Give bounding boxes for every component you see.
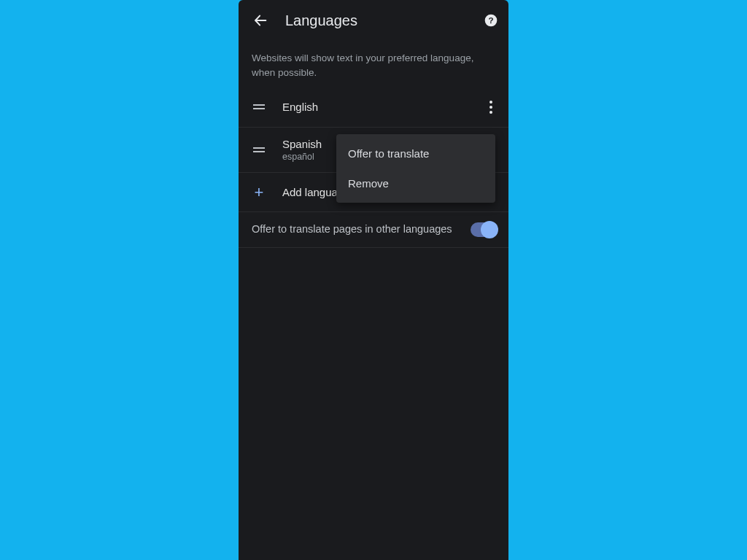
- language-text: English: [282, 101, 481, 113]
- toggle-thumb: [481, 221, 498, 238]
- language-row-english[interactable]: English: [239, 87, 508, 128]
- setting-label: Offer to translate pages in other langua…: [252, 222, 471, 237]
- menu-item-offer-translate[interactable]: Offer to translate: [336, 139, 495, 168]
- language-name: English: [282, 101, 481, 113]
- offer-translate-setting[interactable]: Offer to translate pages in other langua…: [239, 212, 508, 248]
- context-menu: Offer to translate Remove: [336, 134, 495, 203]
- arrow-left-icon: [252, 12, 268, 28]
- back-button[interactable]: [250, 10, 271, 31]
- plus-icon: +: [249, 183, 269, 202]
- more-vert-icon: [489, 99, 492, 114]
- svg-text:?: ?: [488, 15, 493, 25]
- page-title: Languages: [285, 12, 482, 29]
- more-options-english[interactable]: [481, 97, 501, 117]
- phone-screen: Languages ? Websites will show text in y…: [239, 0, 508, 560]
- drag-handle-icon[interactable]: [249, 104, 269, 109]
- help-button[interactable]: ?: [482, 12, 500, 29]
- app-bar: Languages ?: [239, 0, 508, 41]
- subtitle-text: Websites will show text in your preferre…: [239, 41, 508, 87]
- drag-handle-icon[interactable]: [249, 147, 269, 152]
- help-icon: ?: [484, 13, 498, 28]
- offer-translate-toggle[interactable]: [471, 222, 497, 237]
- menu-item-remove[interactable]: Remove: [336, 168, 495, 198]
